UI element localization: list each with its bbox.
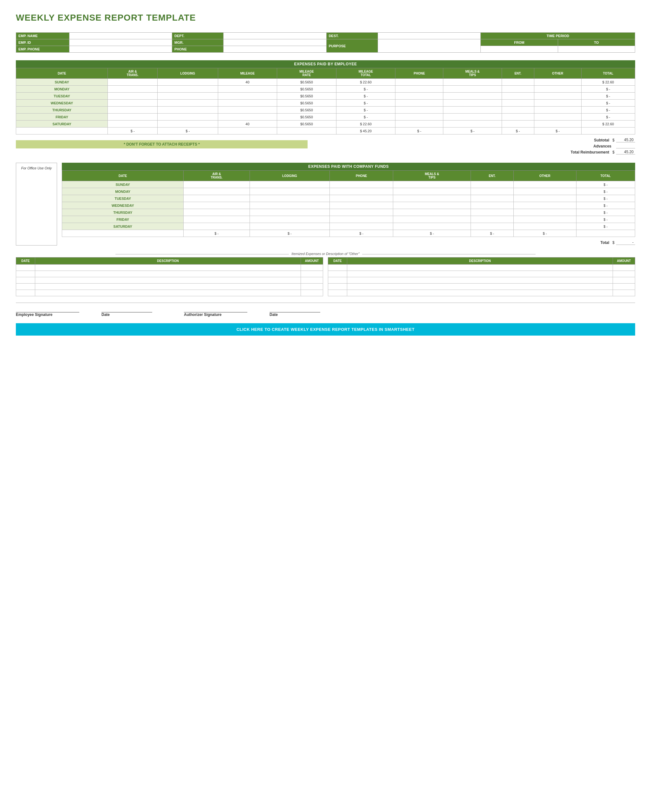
cta-banner[interactable]: CLICK HERE TO CREATE WEEKLY EXPENSE REPO… — [16, 323, 635, 336]
cf-lodging-value[interactable] — [250, 202, 330, 209]
ent-value[interactable] — [502, 93, 534, 99]
mileage-value[interactable] — [218, 85, 277, 93]
mileage-value[interactable]: 40 — [218, 121, 277, 128]
lodging-value[interactable] — [158, 121, 218, 128]
it-date[interactable] — [328, 284, 347, 290]
cf-meals-value[interactable] — [393, 202, 471, 209]
meals-value[interactable] — [443, 99, 502, 107]
it-desc[interactable] — [35, 284, 301, 290]
it-date[interactable] — [16, 277, 35, 284]
it-amount[interactable] — [301, 290, 323, 296]
meals-value[interactable] — [443, 85, 502, 93]
phone-value[interactable] — [395, 114, 443, 121]
phone-value[interactable] — [395, 79, 443, 85]
it-desc[interactable] — [347, 271, 613, 277]
it-date[interactable] — [328, 277, 347, 284]
cf-meals-value[interactable] — [393, 209, 471, 216]
mileage-value[interactable]: 40 — [218, 79, 277, 85]
ent-value[interactable] — [502, 114, 534, 121]
cf-ent-value[interactable] — [471, 188, 514, 195]
lodging-value[interactable] — [158, 107, 218, 114]
cf-other-value[interactable] — [513, 202, 576, 209]
emp-id-value[interactable] — [69, 39, 172, 46]
air-value[interactable] — [108, 107, 158, 114]
emp-phone-value[interactable] — [69, 46, 172, 53]
it-date[interactable] — [328, 264, 347, 271]
ent-value[interactable] — [502, 99, 534, 107]
employee-sig-line[interactable] — [16, 306, 79, 313]
cf-lodging-value[interactable] — [250, 216, 330, 223]
cf-air-value[interactable] — [184, 209, 250, 216]
cf-air-value[interactable] — [184, 181, 250, 188]
air-value[interactable] — [108, 85, 158, 93]
it-amount[interactable] — [613, 277, 635, 284]
ent-value[interactable] — [502, 107, 534, 114]
phone-value[interactable] — [395, 99, 443, 107]
it-amount[interactable] — [613, 271, 635, 277]
it-desc[interactable] — [35, 271, 301, 277]
it-date[interactable] — [328, 290, 347, 296]
phone-value[interactable] — [395, 85, 443, 93]
cf-lodging-value[interactable] — [250, 223, 330, 230]
it-date[interactable] — [16, 290, 35, 296]
air-value[interactable] — [108, 93, 158, 99]
cf-ent-value[interactable] — [471, 181, 514, 188]
ent-value[interactable] — [502, 79, 534, 85]
other-value[interactable] — [534, 107, 581, 114]
to-value[interactable] — [558, 46, 635, 53]
other-value[interactable] — [534, 93, 581, 99]
it-date[interactable] — [16, 284, 35, 290]
cf-meals-value[interactable] — [393, 195, 471, 202]
it-amount[interactable] — [301, 284, 323, 290]
air-value[interactable] — [108, 121, 158, 128]
mileage-value[interactable] — [218, 107, 277, 114]
cf-ent-value[interactable] — [471, 202, 514, 209]
cf-phone-value[interactable] — [330, 202, 393, 209]
cf-phone-value[interactable] — [330, 223, 393, 230]
cf-air-value[interactable] — [184, 202, 250, 209]
purpose-value[interactable] — [378, 39, 480, 53]
cf-ent-value[interactable] — [471, 195, 514, 202]
authorizer-sig-line[interactable] — [184, 306, 247, 313]
phone-value[interactable] — [395, 93, 443, 99]
mgr-value[interactable] — [224, 39, 326, 46]
phone-value[interactable] — [395, 121, 443, 128]
it-desc[interactable] — [347, 284, 613, 290]
ent-value[interactable] — [502, 85, 534, 93]
lodging-value[interactable] — [158, 114, 218, 121]
lodging-value[interactable] — [158, 85, 218, 93]
cf-lodging-value[interactable] — [250, 209, 330, 216]
other-value[interactable] — [534, 99, 581, 107]
it-amount[interactable] — [301, 264, 323, 271]
meals-value[interactable] — [443, 121, 502, 128]
advances-value[interactable] — [616, 144, 635, 148]
it-amount[interactable] — [613, 290, 635, 296]
meals-value[interactable] — [443, 114, 502, 121]
meals-value[interactable] — [443, 107, 502, 114]
other-value[interactable] — [534, 79, 581, 85]
it-desc[interactable] — [35, 277, 301, 284]
cf-air-value[interactable] — [184, 223, 250, 230]
meals-value[interactable] — [443, 79, 502, 85]
phone-value[interactable] — [224, 46, 326, 53]
other-value[interactable] — [534, 121, 581, 128]
cf-ent-value[interactable] — [471, 209, 514, 216]
cf-phone-value[interactable] — [330, 216, 393, 223]
it-desc[interactable] — [35, 290, 301, 296]
meals-value[interactable] — [443, 93, 502, 99]
other-value[interactable] — [534, 114, 581, 121]
phone-value[interactable] — [395, 107, 443, 114]
lodging-value[interactable] — [158, 79, 218, 85]
cf-other-value[interactable] — [513, 216, 576, 223]
from-value[interactable] — [481, 46, 558, 53]
it-amount[interactable] — [301, 277, 323, 284]
it-desc[interactable] — [347, 264, 613, 271]
cf-other-value[interactable] — [513, 195, 576, 202]
cf-meals-value[interactable] — [393, 216, 471, 223]
cf-air-value[interactable] — [184, 216, 250, 223]
authorizer-date-line[interactable] — [270, 306, 320, 313]
it-date[interactable] — [328, 271, 347, 277]
emp-name-value[interactable] — [69, 33, 172, 39]
cf-other-value[interactable] — [513, 223, 576, 230]
other-value[interactable] — [534, 85, 581, 93]
